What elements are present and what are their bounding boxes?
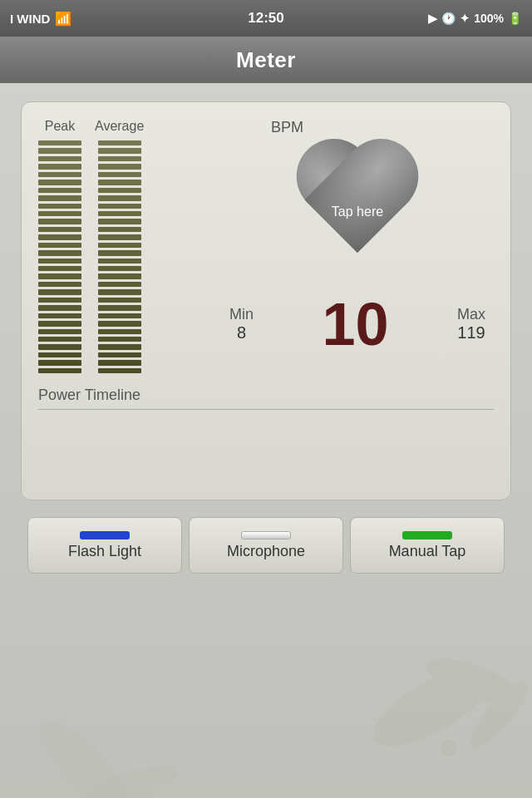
vu-segment	[38, 329, 81, 334]
vu-segment	[98, 321, 141, 326]
bottom-buttons: Flash Light Microphone Manual Tap	[27, 517, 505, 574]
vu-segment	[98, 227, 141, 232]
vu-segment	[38, 211, 81, 216]
status-left: I WIND 📶	[10, 11, 71, 27]
vu-segment	[38, 148, 81, 153]
vu-segment	[38, 219, 81, 224]
vu-segment	[38, 172, 81, 177]
max-label: Max	[457, 306, 485, 323]
timeline-divider	[38, 409, 494, 410]
svg-point-8	[80, 760, 170, 798]
vu-segment	[98, 298, 141, 303]
vu-segment	[38, 180, 81, 185]
svg-point-7	[27, 709, 139, 798]
vu-segment	[98, 329, 141, 334]
vu-segment	[38, 313, 81, 318]
vu-segment	[38, 164, 81, 169]
bpm-main-value: 10	[322, 294, 388, 354]
vu-segment	[38, 243, 81, 248]
microphone-button[interactable]: Microphone	[189, 517, 343, 574]
flash-light-label: Flash Light	[68, 543, 141, 560]
vu-segment	[38, 140, 81, 145]
vu-segment	[98, 188, 141, 193]
svg-point-0	[362, 652, 503, 761]
vu-segment	[38, 156, 81, 161]
battery-icon: 🔋	[508, 12, 522, 25]
tap-here-label: Tap here	[332, 204, 383, 219]
status-time: 12:50	[248, 10, 283, 27]
peak-label: Peak	[45, 119, 75, 134]
vu-segment	[98, 313, 141, 318]
heart-tap-button[interactable]: Tap here	[283, 145, 432, 278]
vu-segment	[98, 352, 141, 357]
vu-segment	[98, 337, 141, 342]
vu-segment	[98, 234, 141, 239]
manual-tap-label: Manual Tap	[389, 543, 466, 560]
vu-segment	[38, 321, 81, 326]
nav-title: Meter	[236, 47, 296, 73]
min-label: Min	[229, 306, 254, 323]
vu-segment	[98, 140, 141, 145]
vu-segment	[98, 305, 141, 310]
vu-segment	[98, 344, 141, 349]
location-icon: ▶	[428, 12, 437, 25]
vu-meters: Peak Average	[38, 119, 204, 373]
min-stat: Min 8	[229, 306, 254, 342]
main-content: Peak Average BPM Tap here	[0, 83, 532, 798]
svg-point-2	[395, 719, 420, 744]
vu-segment	[38, 204, 81, 209]
manual-tap-indicator	[402, 531, 452, 539]
bpm-section: BPM Tap here Min 8 10 Max 119	[204, 119, 494, 354]
vu-segment	[38, 259, 81, 264]
flash-light-indicator	[80, 531, 130, 539]
vu-segment	[38, 298, 81, 303]
vu-segment	[98, 250, 141, 255]
vu-segment	[98, 211, 141, 216]
vu-segment	[38, 188, 81, 193]
flash-light-button[interactable]: Flash Light	[27, 517, 182, 574]
svg-point-9	[156, 763, 176, 783]
vu-segment	[38, 344, 81, 349]
peak-bar	[38, 140, 81, 373]
vu-segment	[98, 368, 141, 373]
svg-point-1	[421, 649, 526, 715]
vu-section: Peak Average BPM Tap here	[38, 119, 494, 373]
vu-segment	[98, 204, 141, 209]
peak-meter: Peak	[38, 119, 81, 373]
vu-segment	[98, 259, 141, 264]
carrier-text: I WIND	[10, 12, 50, 26]
vu-segment	[98, 219, 141, 224]
vu-segment	[38, 352, 81, 357]
vu-segment	[38, 289, 81, 294]
vu-segment	[38, 266, 81, 271]
vu-segment	[38, 305, 81, 310]
nav-bar: Meter	[0, 37, 532, 83]
vu-segment	[98, 360, 141, 365]
status-right: ▶ 🕐 ✦ 100% 🔋	[428, 12, 522, 25]
vu-segment	[38, 227, 81, 232]
meter-panel: Peak Average BPM Tap here	[21, 101, 511, 500]
manual-tap-button[interactable]: Manual Tap	[350, 517, 505, 574]
average-label: Average	[95, 119, 144, 134]
vu-segment	[98, 273, 141, 278]
svg-point-3	[441, 740, 457, 756]
average-bar	[98, 140, 141, 373]
min-value: 8	[229, 323, 254, 342]
vu-segment	[98, 180, 141, 185]
wifi-icon: 📶	[55, 11, 71, 27]
vu-segment	[38, 195, 81, 200]
max-stat: Max 119	[457, 306, 485, 342]
vu-segment	[38, 368, 81, 373]
battery-percent: 100%	[474, 12, 504, 25]
power-timeline-label: Power Timeline	[38, 387, 494, 404]
bpm-stats: Min 8 10 Max 119	[221, 294, 494, 354]
vu-segment	[38, 337, 81, 342]
vu-segment	[98, 243, 141, 248]
vu-segment	[38, 250, 81, 255]
bluetooth-icon: ✦	[460, 12, 470, 25]
microphone-indicator	[241, 531, 291, 539]
status-bar: I WIND 📶 12:50 ▶ 🕐 ✦ 100% 🔋	[0, 0, 532, 37]
vu-segment	[98, 148, 141, 153]
vu-segment	[98, 156, 141, 161]
clock-icon: 🕐	[441, 12, 456, 25]
